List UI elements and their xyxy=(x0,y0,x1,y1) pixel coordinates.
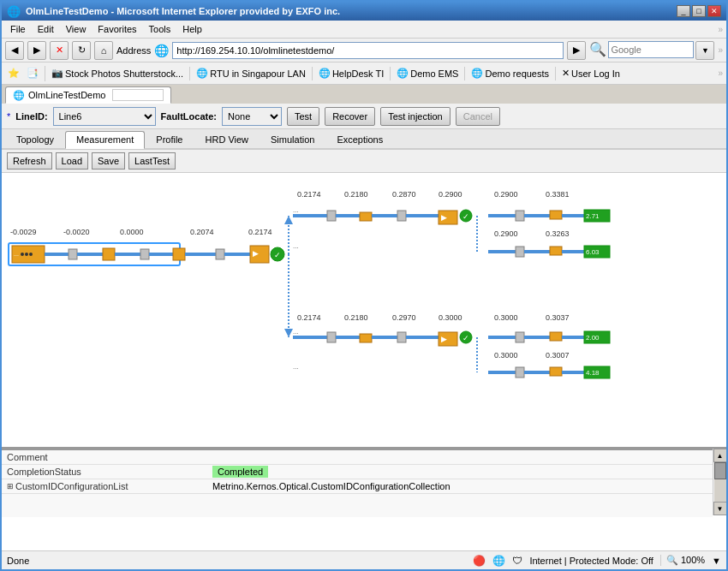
menu-tools[interactable]: Tools xyxy=(144,22,176,36)
divider xyxy=(189,67,190,80)
tab-hrd-view[interactable]: HRD View xyxy=(194,131,260,148)
menu-file[interactable]: File xyxy=(5,22,31,36)
svg-point-76 xyxy=(25,253,28,256)
favorites-star-icon[interactable]: ⭐ xyxy=(5,65,22,82)
bookmark-label: Demo EMS xyxy=(410,68,458,79)
load-button[interactable]: Load xyxy=(56,152,88,170)
svg-text:0.2174: 0.2174 xyxy=(297,190,321,199)
svg-rect-20 xyxy=(397,211,406,221)
test-injection-button[interactable]: Test injection xyxy=(380,107,451,126)
bookmark-label: RTU in Singapour LAN xyxy=(210,68,306,79)
cancel-button[interactable]: Cancel xyxy=(456,107,500,126)
bookmark-label: HelpDesk TI xyxy=(332,68,384,79)
browser-tab-input xyxy=(112,89,164,101)
svg-rect-16 xyxy=(327,211,336,221)
menu-help[interactable]: Help xyxy=(177,22,207,36)
bookmark-userlogin[interactable]: ✕ User Log In xyxy=(559,67,623,80)
svg-text:2.71: 2.71 xyxy=(586,212,600,220)
browser-tab-label: OlmLineTestDemo xyxy=(28,90,105,100)
key-customid: ⊞ CustomIDConfigurationList xyxy=(2,479,207,493)
bookmark-icon: ✕ xyxy=(562,68,570,79)
lineid-select[interactable]: Line6 xyxy=(53,107,156,126)
table-row: ⊞ CustomIDConfigurationList Metrino.Kern… xyxy=(2,479,713,494)
svg-text:0.2900: 0.2900 xyxy=(494,229,518,238)
scroll-down-button[interactable]: ▼ xyxy=(713,502,727,515)
scroll-thumb[interactable] xyxy=(714,462,726,479)
bookmark-rtu[interactable]: 🌐 RTU in Singapour LAN xyxy=(194,67,308,80)
svg-rect-61 xyxy=(550,332,562,341)
tab-measurement[interactable]: Measurement xyxy=(65,131,145,149)
key-comment: Comment xyxy=(2,450,207,465)
measurement-toolbar: Refresh Load Save LastTest xyxy=(2,150,726,173)
bookmark-stockphotos[interactable]: 📷 Stock Photos Shutterstock... xyxy=(49,67,186,80)
svg-text:0.3263: 0.3263 xyxy=(546,229,570,238)
bookmark-helpdesk[interactable]: 🌐 HelpDesk TI xyxy=(316,67,386,80)
browser-tab-olm[interactable]: 🌐 OlmLineTestDemo xyxy=(5,86,171,104)
tab-input-field[interactable] xyxy=(112,89,164,101)
back-button[interactable]: ◀ xyxy=(5,41,24,60)
bottom-panel: Comment CompletionStatus Completed ⊞ Cus… xyxy=(2,449,713,517)
ie-content: * LineID: Line6 FaultLocate: None Test R… xyxy=(2,104,726,550)
tab-profile[interactable]: Profile xyxy=(145,131,194,148)
tab-topology[interactable]: Topology xyxy=(5,131,65,148)
label-02174-left: 0.2174 xyxy=(248,228,272,236)
stop-button[interactable]: ✕ xyxy=(50,41,69,60)
menu-favorites[interactable]: Favorites xyxy=(92,22,141,36)
svg-rect-18 xyxy=(360,212,372,221)
faultlocate-label: FaultLocate: xyxy=(161,111,217,122)
maximize-button[interactable]: □ xyxy=(692,5,706,17)
toolbar-expander: » xyxy=(718,45,723,55)
completed-badge: Completed xyxy=(212,466,268,478)
menu-view[interactable]: View xyxy=(61,22,92,36)
key-completionstatus: CompletionStatus xyxy=(2,465,207,479)
svg-text:0.3000: 0.3000 xyxy=(494,313,518,322)
connector-3 xyxy=(216,249,224,259)
minimize-button[interactable]: _ xyxy=(677,5,690,17)
scroll-up-button[interactable]: ▲ xyxy=(713,449,727,462)
home-button[interactable]: ⌂ xyxy=(94,41,113,60)
bookmarks-bar: 📷 Stock Photos Shutterstock... 🌐 RTU in … xyxy=(49,67,716,80)
lasttest-button[interactable]: LastTest xyxy=(128,152,176,170)
refresh-button[interactable]: ↻ xyxy=(72,41,91,60)
address-input[interactable] xyxy=(172,42,564,59)
label-neg0029: -0.0029 xyxy=(10,228,37,236)
expand-icon[interactable]: ⊞ xyxy=(7,482,14,491)
svg-rect-48 xyxy=(327,332,336,342)
refresh-button[interactable]: Refresh xyxy=(7,152,52,170)
svg-text:✓: ✓ xyxy=(462,334,469,342)
recover-button[interactable]: Recover xyxy=(325,107,375,126)
tab-exceptions[interactable]: Exceptions xyxy=(325,131,394,148)
error-icon: 🔴 xyxy=(473,555,486,567)
status-bar: Done 🔴 🌐 🛡 Internet | Protected Mode: Of… xyxy=(2,550,726,569)
faultlocate-select[interactable]: None xyxy=(222,107,282,126)
svg-rect-35 xyxy=(516,247,524,257)
menu-edit[interactable]: Edit xyxy=(33,22,59,36)
connector-1 xyxy=(69,249,77,259)
svg-text:✓: ✓ xyxy=(274,251,281,259)
bookmark-demoems[interactable]: 🌐 Demo EMS xyxy=(394,67,461,80)
close-button[interactable]: ✕ xyxy=(707,5,721,17)
network-diagram: -0.0029 -0.0020 0.0000 0.2074 0.2174 ... xyxy=(2,173,704,447)
svg-rect-29 xyxy=(550,211,562,219)
svg-rect-52 xyxy=(397,332,406,342)
feeds-icon[interactable]: 📑 xyxy=(24,65,41,82)
label-neg0020: -0.0020 xyxy=(63,228,90,236)
zoom-arrow[interactable]: ▼ xyxy=(712,556,721,566)
search-go-button[interactable]: ▼ xyxy=(695,41,714,60)
forward-button[interactable]: ▶ xyxy=(27,41,46,60)
app-tabs: Topology Measurement Profile HRD View Si… xyxy=(2,129,726,150)
go-button[interactable]: ▶ xyxy=(567,41,586,60)
svg-text:6.03: 6.03 xyxy=(586,248,600,256)
tab-simulation[interactable]: Simulation xyxy=(260,131,325,148)
save-button[interactable]: Save xyxy=(92,152,125,170)
bookmark-label: Stock Photos Shutterstock... xyxy=(65,68,183,79)
svg-text:0.2180: 0.2180 xyxy=(344,313,368,322)
divider xyxy=(45,66,45,81)
divider xyxy=(312,67,313,80)
test-button[interactable]: Test xyxy=(287,107,319,126)
bookmark-demorequests[interactable]: 🌐 Demo requests xyxy=(468,67,552,80)
scroll-track[interactable] xyxy=(714,462,726,502)
search-input[interactable] xyxy=(608,41,694,58)
svg-text:2.00: 2.00 xyxy=(586,334,600,342)
divider xyxy=(555,67,556,80)
